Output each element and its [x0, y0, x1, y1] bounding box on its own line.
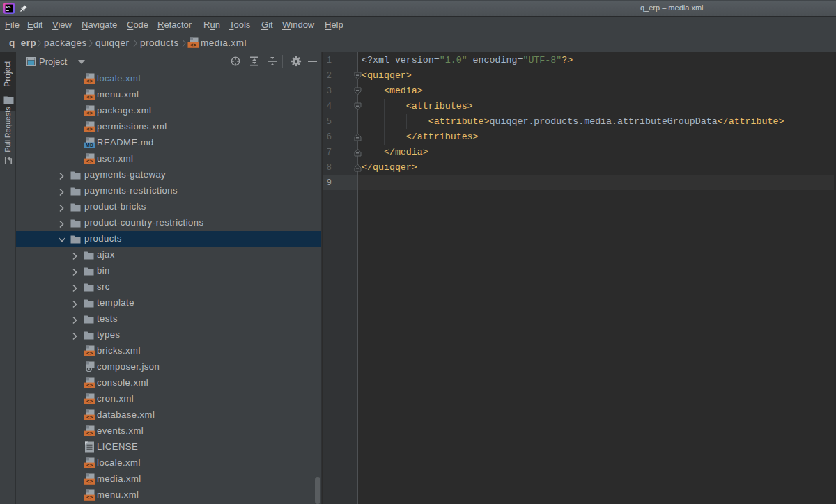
svg-text:PS: PS — [6, 6, 11, 9]
